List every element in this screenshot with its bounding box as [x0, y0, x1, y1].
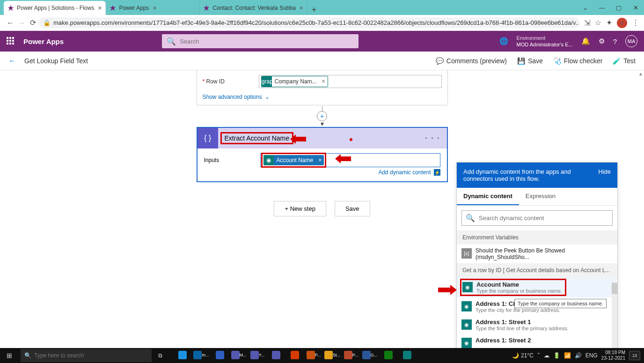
- save-label: Save: [528, 57, 543, 65]
- tab-title-1: Power Apps | Solutions - Flows: [17, 5, 94, 11]
- start-button[interactable]: ⊞: [0, 352, 19, 359]
- help-icon[interactable]: ?: [613, 37, 617, 45]
- back-arrow-icon[interactable]: ←: [8, 57, 16, 65]
- add-dynamic-content-link[interactable]: Add dynamic content ⚡: [204, 167, 440, 178]
- header-search[interactable]: 🔍: [162, 34, 359, 48]
- action-title[interactable]: Extract Account Name: [222, 133, 293, 143]
- tab-expression[interactable]: Expression: [519, 188, 562, 205]
- notifications-icon[interactable]: 🔔: [581, 37, 590, 45]
- maximize-button[interactable]: ▢: [610, 4, 627, 11]
- taskbar-app[interactable]: In...: [193, 349, 210, 362]
- scrollbar-thumb[interactable]: [612, 283, 617, 294]
- dataverse-icon: ◉: [462, 282, 473, 292]
- taskbar-app[interactable]: [212, 349, 228, 362]
- weather-widget[interactable]: 🌙21°C: [512, 352, 534, 359]
- taskbar-search[interactable]: 🔍: [21, 349, 152, 362]
- system-tray: 🌙21°C ˄ ☁ 🔋 📶 🔊 ENG 08:18 PM 23-12-2021 …: [512, 350, 644, 361]
- weather-text: 21°C: [521, 352, 534, 359]
- profile-avatar[interactable]: V: [617, 18, 627, 28]
- flow-checker-button[interactable]: 🩺Flow checker: [553, 57, 602, 65]
- tab-title-2: Power Apps: [119, 5, 149, 11]
- taskbar-app[interactable]: [286, 349, 303, 362]
- task-view-icon[interactable]: ⧉: [152, 352, 168, 359]
- action-menu-button[interactable]: · · ·: [425, 134, 440, 142]
- forward-button[interactable]: →: [16, 19, 27, 27]
- tooltip: Type the company or business name.: [514, 299, 607, 308]
- comments-button[interactable]: 💬Comments (preview): [436, 57, 507, 65]
- taskbar-app[interactable]: [399, 349, 416, 362]
- wifi-icon[interactable]: 📶: [564, 352, 571, 359]
- hide-panel-button[interactable]: Hide: [598, 168, 611, 175]
- svg-marker-4: [335, 154, 351, 163]
- kebab-menu-icon[interactable]: ⋮: [632, 18, 639, 27]
- dynamic-search[interactable]: 🔍: [461, 210, 613, 226]
- close-window-button[interactable]: ✕: [627, 4, 644, 11]
- taskbar-app[interactable]: [380, 349, 397, 362]
- tab-close-1[interactable]: ×: [98, 4, 102, 12]
- token-company-name[interactable]: �ographie Company Nam... ×: [261, 76, 328, 87]
- dyn-item-account-name[interactable]: ◉ Account Name Type the company or busin…: [457, 277, 617, 297]
- extensions-icon[interactable]: ✦: [606, 18, 612, 27]
- dyn-item-address1-street1[interactable]: ◉ Address 1: Street 1 Type the first lin…: [457, 316, 617, 334]
- dyn-item-title: Address 1: Street 2: [476, 337, 531, 344]
- environment-icon[interactable]: 🌐: [499, 37, 508, 45]
- battery-icon[interactable]: 🔋: [553, 352, 560, 359]
- save-button[interactable]: 💾Save: [517, 57, 543, 65]
- tab-favicon-2: [110, 5, 116, 11]
- environment-picker[interactable]: Environment MOD Administrator's E...: [517, 35, 573, 48]
- browser-tab-1[interactable]: Power Apps | Solutions - Flows ×: [4, 1, 106, 15]
- url-field[interactable]: 🔒 make.powerapps.com/environments/1771a4…: [38, 17, 579, 28]
- taskbar-app[interactable]: St...: [324, 349, 341, 362]
- language-indicator[interactable]: ENG: [585, 352, 598, 359]
- tab-close-3[interactable]: ×: [300, 4, 303, 12]
- url-text: make.powerapps.com/environments/1771a4b7…: [53, 19, 579, 26]
- tab-close-2[interactable]: ×: [153, 4, 156, 12]
- env-var-item[interactable]: [x] Should the Peek Button Be Showed (ms…: [457, 244, 617, 263]
- onedrive-icon[interactable]: ☁: [544, 352, 549, 359]
- browser-tab-2[interactable]: Power Apps ×: [106, 1, 199, 15]
- environment-label: Environment: [517, 35, 573, 41]
- flow-canvas[interactable]: Row ID �ographie Company Nam... × Show a…: [0, 70, 644, 348]
- save-flow-button[interactable]: Save: [335, 201, 370, 216]
- row-id-label: Row ID: [203, 78, 254, 85]
- test-button[interactable]: 🧪Test: [613, 57, 636, 65]
- tab-favicon-1: [7, 5, 14, 11]
- new-step-button[interactable]: + New step: [274, 201, 326, 216]
- action-center-icon[interactable]: 13: [629, 351, 640, 360]
- token-remove[interactable]: ×: [320, 78, 328, 85]
- token-remove[interactable]: ×: [316, 157, 324, 163]
- tab-dynamic-content[interactable]: Dynamic content: [457, 188, 519, 205]
- app-launcher-icon[interactable]: [7, 37, 15, 45]
- back-button[interactable]: ←: [5, 19, 16, 27]
- taskbar-app[interactable]: G...: [361, 349, 378, 362]
- token-account-name[interactable]: ◉ Account Name ×: [263, 155, 324, 165]
- new-tab-button[interactable]: +: [307, 5, 321, 15]
- star-icon[interactable]: ☆: [595, 18, 601, 27]
- dropdown-icon[interactable]: ⌄: [577, 4, 593, 11]
- action-card-extract-account-name[interactable]: { } Extract Account Name · · · Inputs ◉ …: [197, 127, 448, 182]
- action-card-get-row[interactable]: Row ID �ographie Company Nam... × Show a…: [197, 70, 448, 105]
- clock[interactable]: 08:18 PM 23-12-2021: [601, 350, 625, 361]
- taskbar-app[interactable]: P...: [305, 349, 322, 362]
- windows-taskbar: ⊞ 🔍 ⧉ In... M... Y... P... St... P... G.…: [0, 348, 644, 363]
- taskbar-search-input[interactable]: [34, 352, 148, 359]
- reload-button[interactable]: ⟳: [27, 18, 38, 27]
- browser-tab-3[interactable]: Contact: Contact: Venkata Subba ×: [199, 1, 307, 15]
- tray-chevron-icon[interactable]: ˄: [537, 352, 540, 359]
- user-avatar[interactable]: MA: [625, 35, 637, 47]
- volume-icon[interactable]: 🔊: [575, 352, 582, 359]
- show-advanced-options-link[interactable]: Show advanced options ⌄: [203, 94, 442, 100]
- taskbar-app[interactable]: Y...: [249, 349, 266, 362]
- svg-marker-1: [110, 5, 116, 11]
- install-app-icon[interactable]: ⇲: [584, 18, 590, 27]
- dynamic-search-input[interactable]: [479, 215, 608, 222]
- settings-icon[interactable]: ⚙: [599, 37, 605, 45]
- scroll-up-arrow[interactable]: ▲: [638, 71, 643, 76]
- taskbar-app[interactable]: [174, 349, 191, 362]
- taskbar-app[interactable]: M...: [230, 349, 247, 362]
- taskbar-app[interactable]: P...: [343, 349, 359, 362]
- header-search-input[interactable]: [180, 38, 354, 45]
- taskbar-app[interactable]: [268, 349, 285, 362]
- minimize-button[interactable]: —: [593, 4, 610, 11]
- search-icon: 🔍: [466, 214, 475, 222]
